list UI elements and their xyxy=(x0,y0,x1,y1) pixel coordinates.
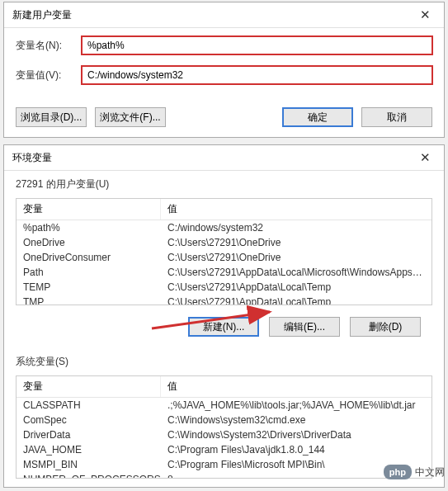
cell-name: DriverData xyxy=(17,427,161,442)
env-variables-dialog: 环境变量 ✕ 27291 的用户变量(U) 变量 值 %path%C:/wind… xyxy=(3,144,445,488)
cell-name: NUMBER_OF_PROCESSORS xyxy=(17,472,161,479)
cell-name: JAVA_HOME xyxy=(17,442,161,457)
cell-name: ComSpec xyxy=(17,413,161,427)
dialog2-title: 环境变量 xyxy=(12,151,52,165)
sys-vars-section: 系统变量(S) 变量 值 CLASSPATH.;%JAVA_HOME%\lib\… xyxy=(4,348,444,487)
ok-button[interactable]: 确定 xyxy=(282,107,353,127)
cell-name: Path xyxy=(17,265,161,280)
delete-button[interactable]: 删除(D) xyxy=(350,317,421,337)
cell-name: TEMP xyxy=(17,280,161,295)
table-row[interactable]: NUMBER_OF_PROCESSORS8 xyxy=(17,472,431,479)
new-button[interactable]: 新建(N)... xyxy=(188,317,259,337)
cell-name: OneDriveConsumer xyxy=(17,250,161,265)
dialog1-buttons: 浏览目录(D)... 浏览文件(F)... 确定 取消 xyxy=(4,101,444,137)
cell-value: C:\Users\27291\OneDrive xyxy=(161,250,431,265)
table-row[interactable]: OneDriveConsumerC:\Users\27291\OneDrive xyxy=(17,250,431,265)
dialog1-body: 变量名(N): 变量值(V): xyxy=(4,28,444,101)
variable-name-label: 变量名(N): xyxy=(16,39,82,53)
cell-value: C:\Windows\System32\Drivers\DriverData xyxy=(161,427,431,442)
user-vars-label: 27291 的用户变量(U) xyxy=(16,177,432,191)
watermark-text: 中文网 xyxy=(415,465,445,479)
user-vars-actions: 新建(N)... 编辑(E)... 删除(D) xyxy=(16,305,432,340)
variable-value-row: 变量值(V): xyxy=(16,66,432,84)
cell-value: C:/windows/system32 xyxy=(161,220,431,235)
user-vars-rows: %path%C:/windows/system32OneDriveC:\User… xyxy=(17,220,431,305)
cell-name: MSMPI_BIN xyxy=(17,457,161,472)
cell-value: C:\Users\27291\AppData\Local\Temp xyxy=(161,280,431,295)
variable-value-label: 变量值(V): xyxy=(16,68,82,83)
table-row[interactable]: ComSpecC:\Windows\system32\cmd.exe xyxy=(17,413,431,427)
cell-value: .;%JAVA_HOME%\lib\tools.jar;%JAVA_HOME%\… xyxy=(161,398,431,413)
col-variable[interactable]: 变量 xyxy=(17,199,161,220)
dialog1-title: 新建用户变量 xyxy=(12,8,72,22)
cell-value: C:\Windows\system32\cmd.exe xyxy=(161,413,431,427)
user-vars-section: 27291 的用户变量(U) 变量 值 %path%C:/windows/sys… xyxy=(4,171,444,348)
dialog2-titlebar: 环境变量 ✕ xyxy=(4,145,444,171)
sys-vars-label: 系统变量(S) xyxy=(16,355,432,369)
cell-value: C:\Program Files\Java\jdk1.8.0_144 xyxy=(161,442,431,457)
table-row[interactable]: TMPC:\Users\27291\AppData\Local\Temp xyxy=(17,295,431,305)
sys-vars-rows: CLASSPATH.;%JAVA_HOME%\lib\tools.jar;%JA… xyxy=(17,398,431,479)
new-user-variable-dialog: 新建用户变量 ✕ 变量名(N): 变量值(V): 浏览目录(D)... 浏览文件… xyxy=(3,2,445,138)
table-row[interactable]: JAVA_HOMEC:\Program Files\Java\jdk1.8.0_… xyxy=(17,442,431,457)
watermark: php 中文网 xyxy=(384,465,445,479)
col-variable[interactable]: 变量 xyxy=(17,376,161,397)
close-icon[interactable]: ✕ xyxy=(415,150,436,165)
list-header: 变量 值 xyxy=(17,199,431,220)
user-vars-list[interactable]: 变量 值 %path%C:/windows/system32OneDriveC:… xyxy=(16,198,432,305)
table-row[interactable]: MSMPI_BINC:\Program Files\Microsoft MPI\… xyxy=(17,457,431,472)
table-row[interactable]: %path%C:/windows/system32 xyxy=(17,220,431,235)
browse-dir-button[interactable]: 浏览目录(D)... xyxy=(16,107,87,127)
cell-value: C:\Users\27291\AppData\Local\Microsoft\W… xyxy=(161,265,431,280)
col-value[interactable]: 值 xyxy=(161,376,431,397)
sys-vars-list[interactable]: 变量 值 CLASSPATH.;%JAVA_HOME%\lib\tools.ja… xyxy=(16,375,432,479)
variable-name-row: 变量名(N): xyxy=(16,36,432,54)
cell-name: OneDrive xyxy=(17,235,161,250)
variable-name-input[interactable] xyxy=(82,36,432,54)
dialog1-titlebar: 新建用户变量 ✕ xyxy=(4,2,444,28)
cancel-button[interactable]: 取消 xyxy=(361,107,432,127)
table-row[interactable]: PathC:\Users\27291\AppData\Local\Microso… xyxy=(17,265,431,280)
cell-name: %path% xyxy=(17,220,161,235)
table-row[interactable]: CLASSPATH.;%JAVA_HOME%\lib\tools.jar;%JA… xyxy=(17,398,431,413)
table-row[interactable]: OneDriveC:\Users\27291\OneDrive xyxy=(17,235,431,250)
edit-button[interactable]: 编辑(E)... xyxy=(269,317,340,337)
cell-name: CLASSPATH xyxy=(17,398,161,413)
cell-value: C:\Users\27291\OneDrive xyxy=(161,235,431,250)
browse-file-button[interactable]: 浏览文件(F)... xyxy=(95,107,166,127)
list-header: 变量 值 xyxy=(17,376,431,398)
variable-value-input[interactable] xyxy=(82,66,432,84)
cell-name: TMP xyxy=(17,295,161,305)
col-value[interactable]: 值 xyxy=(161,199,431,220)
table-row[interactable]: TEMPC:\Users\27291\AppData\Local\Temp xyxy=(17,280,431,295)
table-row[interactable]: DriverDataC:\Windows\System32\Drivers\Dr… xyxy=(17,427,431,442)
cell-value: C:\Users\27291\AppData\Local\Temp xyxy=(161,295,431,305)
close-icon[interactable]: ✕ xyxy=(415,7,436,22)
watermark-badge: php xyxy=(384,465,412,479)
